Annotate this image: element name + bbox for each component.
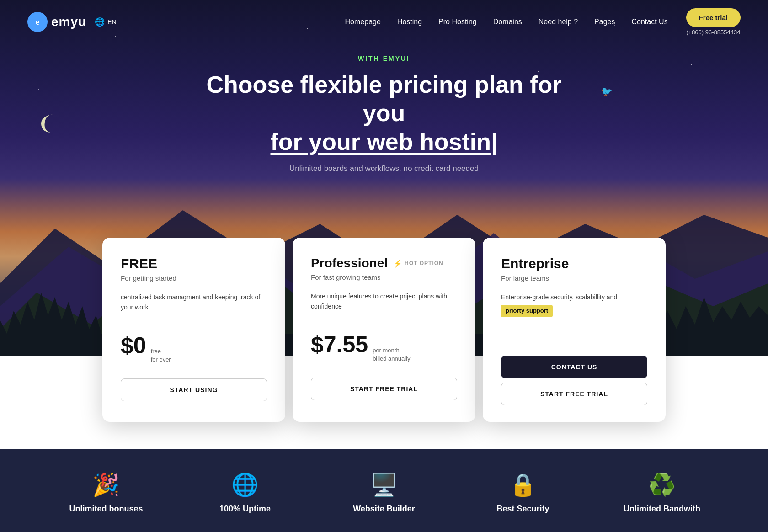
hero-tag: WITH EMYUI <box>0 55 768 62</box>
fingerprint-icon: 🔒 <box>509 472 537 498</box>
nav-pages[interactable]: Pages <box>594 18 615 26</box>
card-enterprise: Entreprise For large teams Enterprise-gr… <box>483 238 666 422</box>
nav-pro-hosting[interactable]: Pro Hosting <box>438 18 477 26</box>
card-pro-price-meta: per month billed annually <box>373 346 410 363</box>
logo-text: emyu <box>51 15 86 29</box>
card-pro-name: Professionel <box>311 256 388 271</box>
card-free-price-row: $0 free for ever <box>121 332 267 364</box>
card-ent-desc: Enterprise-grade security, scalabillity … <box>501 292 647 318</box>
start-free-trial-pro-button[interactable]: START FREE TRIAL <box>311 378 457 400</box>
hero-subtitle: Unlimited boards and workflows, no credi… <box>0 164 768 173</box>
card-ent-spacer <box>501 323 647 356</box>
feature-unlimited-bonuses: 🎉 Unlimited bonuses <box>37 472 176 517</box>
hero-title-line1: Choose flexible pricing plan for you <box>206 71 561 126</box>
card-ent-desc-text: Enterprise-grade security, scalabillity … <box>501 293 617 301</box>
pricing-section: FREE For getting started centralized tas… <box>0 238 768 449</box>
hot-badge: ⚡ HOT OPTION <box>393 259 443 268</box>
card-free-price-meta: free for ever <box>151 347 171 364</box>
lang-label: EN <box>107 18 116 26</box>
logo-icon: e <box>27 12 48 32</box>
card-free: FREE For getting started centralized tas… <box>102 238 285 422</box>
start-free-trial-enterprise-button[interactable]: START FREE TRIAL <box>501 383 647 405</box>
free-trial-button[interactable]: Free trial <box>686 8 741 27</box>
nav-homepage[interactable]: Homepage <box>345 18 381 26</box>
feature-title-uptime: 100% Uptime <box>219 504 271 514</box>
card-professional: Professionel ⚡ HOT OPTION For fast growi… <box>293 238 475 422</box>
hot-dot-icon: ⚡ <box>393 259 403 268</box>
phone-number: (+866) 96-88554434 <box>686 29 740 36</box>
nav-links: Homepage Hosting Pro Hosting Domains Nee… <box>345 18 668 26</box>
card-ent-name: Entreprise <box>501 256 647 271</box>
feature-uptime: 🌐 100% Uptime <box>176 472 315 517</box>
card-pro-price: $7.55 <box>311 331 368 358</box>
globe-feature-icon: 🌐 <box>231 472 259 498</box>
logo-link[interactable]: e emyu <box>27 12 86 32</box>
card-free-price: $0 <box>121 332 146 359</box>
nav-need-help[interactable]: Need help ? <box>539 18 578 26</box>
feature-title-builder: Website Builder <box>353 504 415 514</box>
nav-domains[interactable]: Domains <box>493 18 522 26</box>
feature-security: 🔒 Best Security <box>453 472 592 517</box>
feature-title-bandwidth: Unlimited Bandwith <box>624 504 700 514</box>
lang-switcher[interactable]: 🌐 EN <box>95 17 116 27</box>
feature-title-security: Best Security <box>496 504 549 514</box>
feature-title-bonuses: Unlimited bonuses <box>69 504 143 514</box>
card-pro-header: Professionel ⚡ HOT OPTION <box>311 256 457 271</box>
hero-title: Choose flexible pricing plan for you for… <box>201 70 567 156</box>
contact-us-button[interactable]: CONTACT US <box>501 356 647 378</box>
card-pro-price-row: $7.55 per month billed annually <box>311 331 457 363</box>
feature-website-builder: 🖥️ Website Builder <box>315 472 453 517</box>
card-free-tagline: For getting started <box>121 274 267 282</box>
hot-label: HOT OPTION <box>405 260 443 266</box>
card-free-desc: centralized task managment and keeping t… <box>121 292 267 318</box>
nav-cta-group: Free trial (+866) 96-88554434 <box>686 8 741 36</box>
card-free-name: FREE <box>121 256 267 271</box>
card-ent-tagline: For large teams <box>501 274 647 282</box>
priority-support-tag: priorty support <box>501 305 553 317</box>
start-using-button[interactable]: START USING <box>121 378 267 401</box>
navbar: e emyu 🌐 EN Homepage Hosting Pro Hosting… <box>0 0 768 44</box>
recycle-icon: ♻️ <box>648 472 676 498</box>
card-pro-desc: More unique features to create priject p… <box>311 291 457 317</box>
globe-icon: 🌐 <box>95 17 105 27</box>
nav-contact-us[interactable]: Contact Us <box>631 18 667 26</box>
monitor-icon: 🖥️ <box>370 472 398 498</box>
nav-hosting[interactable]: Hosting <box>397 18 422 26</box>
party-icon: 🎉 <box>92 472 120 498</box>
card-pro-tagline: For fast growing teams <box>311 273 457 281</box>
feature-bandwidth: ♻️ Unlimited Bandwith <box>592 472 731 517</box>
features-section: 🎉 Unlimited bonuses 🌐 100% Uptime 🖥️ Web… <box>0 449 768 532</box>
hero-title-line2: for your web hostin| <box>271 128 498 155</box>
